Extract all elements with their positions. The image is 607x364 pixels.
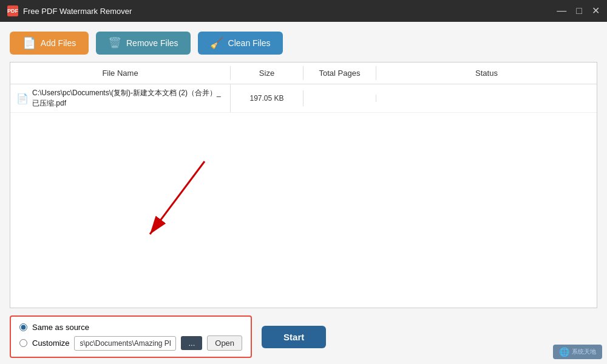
cell-pages [304,95,376,102]
clean-files-icon: 🧹 [210,36,223,50]
header-size: Size [231,66,304,80]
output-controls: Same as source Customize ... Open [19,323,242,351]
app-title: Free PDF Watermark Remover [23,7,557,16]
table-body: 📄 C:\Users\pc\Documents\(复制)-新建文本文档 (2)（… [10,84,597,308]
cell-filename: 📄 C:\Users\pc\Documents\(复制)-新建文本文档 (2)（… [10,84,231,112]
header-status: Status [376,66,597,80]
main-content: 📄 Add Files 🗑️ Remove Files 🧹 Clean File… [0,22,607,364]
close-button[interactable]: ✕ [592,6,600,16]
customize-radio[interactable] [19,339,27,347]
add-files-button[interactable]: 📄 Add Files [10,32,89,55]
minimize-button[interactable]: — [557,6,566,16]
toolbar: 📄 Add Files 🗑️ Remove Files 🧹 Clean File… [10,32,597,55]
title-bar: PDF Free PDF Watermark Remover — □ ✕ [0,0,607,22]
pdf-icon: 📄 [16,93,29,104]
customize-row: Customize ... Open [19,335,242,351]
branding-badge: 🌐 系统天地 [553,345,602,359]
maximize-button[interactable]: □ [576,6,582,16]
output-path-input[interactable] [74,336,176,351]
clean-files-button[interactable]: 🧹 Clean Files [198,32,283,55]
table-row[interactable]: 📄 C:\Users\pc\Documents\(复制)-新建文本文档 (2)（… [10,84,597,113]
same-as-source-radio[interactable] [19,323,27,331]
same-as-source-row: Same as source [19,323,242,332]
annotation-arrow [132,149,253,271]
svg-line-1 [150,161,205,234]
bottom-row: Same as source Customize ... Open Start [10,315,597,358]
window-controls: — □ ✕ [557,6,600,16]
table-header: File Name Size Total Pages Status [10,62,597,84]
file-table: File Name Size Total Pages Status 📄 C:\U… [10,62,597,308]
same-as-source-label: Same as source [32,323,89,332]
start-button[interactable]: Start [262,326,326,348]
browse-button[interactable]: ... [181,336,202,350]
output-section: Same as source Customize ... Open [10,315,252,358]
customize-label: Customize [32,339,69,348]
header-filename: File Name [10,66,231,80]
open-button[interactable]: Open [207,335,242,351]
cell-size: 197.05 KB [231,90,304,106]
add-files-icon: 📄 [22,36,36,50]
cell-status [376,95,597,102]
remove-files-icon: 🗑️ [108,36,121,50]
remove-files-button[interactable]: 🗑️ Remove Files [96,32,191,55]
header-totalpages: Total Pages [304,66,376,80]
app-icon: PDF [7,5,18,16]
